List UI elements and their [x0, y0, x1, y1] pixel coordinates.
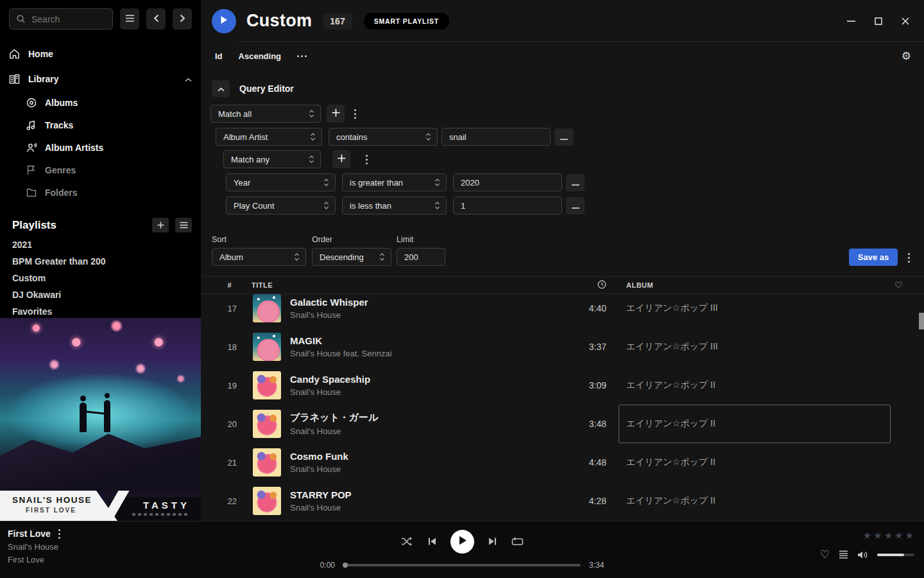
maximize-button[interactable] [875, 17, 882, 25]
now-playing-title[interactable]: First Love [8, 529, 51, 539]
save-as-button[interactable]: Save as [849, 249, 898, 266]
track-album[interactable]: エイリアン☆ポップ II [619, 366, 891, 405]
sort-select[interactable]: Album [212, 248, 306, 266]
track-artist[interactable]: Snail's House feat. Sennzai [290, 349, 392, 358]
minimize-button[interactable] [847, 21, 855, 22]
track-album[interactable]: エイリアン☆ポップ II [619, 405, 891, 443]
rule-operator-select[interactable]: is greater than [342, 173, 447, 191]
sidebar-item-album-artists[interactable]: Album Artists [0, 136, 201, 159]
track-artist[interactable]: Snail's House [290, 310, 368, 320]
collapse-query-editor-button[interactable] [212, 80, 230, 97]
album-art-thumbnail[interactable] [253, 448, 281, 477]
volume-icon[interactable] [857, 550, 868, 559]
now-playing-menu-icon[interactable] [58, 529, 60, 539]
remove-rule-button[interactable] [554, 128, 574, 146]
rule-field-select[interactable]: Play Count [226, 197, 336, 215]
sort-direction-button[interactable]: Ascending [239, 51, 281, 61]
rule-value-input[interactable] [453, 197, 562, 215]
album-art-thumbnail[interactable] [253, 487, 281, 515]
limit-input[interactable] [397, 248, 445, 266]
remove-rule-button[interactable] [566, 174, 585, 191]
create-playlist-button[interactable] [152, 218, 169, 232]
save-menu-icon[interactable] [904, 253, 914, 263]
column-header-index[interactable]: # [201, 281, 237, 289]
table-row[interactable]: 19 Candy Spaceship Snail's House 3:09 エイ… [201, 366, 924, 405]
star-icon[interactable]: ★ [863, 530, 872, 541]
rule-field-select[interactable]: Album Artist [216, 128, 322, 146]
sidebar-item-home[interactable]: Home [0, 41, 201, 66]
star-icon[interactable]: ★ [884, 530, 893, 541]
track-album[interactable]: エイリアン☆ポップ II [619, 482, 891, 520]
now-playing-artist[interactable]: Snail's House [8, 542, 60, 552]
sidebar-item-folders[interactable]: Folders [0, 181, 201, 204]
star-icon[interactable]: ★ [905, 530, 914, 541]
track-album[interactable]: エイリアン☆ポップ III [619, 294, 891, 328]
next-button[interactable] [488, 537, 497, 546]
nav-forward-button[interactable] [173, 8, 192, 30]
track-title[interactable]: Galactic Whisper [290, 297, 368, 308]
table-row[interactable]: 18 MAGIK Snail's House feat. Sennzai 3:3… [201, 328, 924, 366]
track-title[interactable]: STARRY POP [290, 489, 352, 500]
nav-back-button[interactable] [146, 8, 166, 30]
scrollbar-thumb[interactable] [919, 313, 924, 329]
column-header-title[interactable]: TITLE [237, 281, 561, 289]
play-playlist-button[interactable] [212, 9, 236, 33]
add-group-rule-button[interactable] [332, 150, 350, 168]
rule-operator-select[interactable]: is less than [342, 197, 447, 215]
search-input[interactable] [9, 8, 113, 30]
duration-column-header[interactable] [561, 280, 606, 290]
playlist-item[interactable]: Custom [0, 270, 201, 286]
album-art-thumbnail[interactable] [253, 333, 281, 361]
rule-field-select[interactable]: Year [226, 173, 336, 191]
more-options-icon[interactable] [297, 55, 307, 57]
group-menu-icon[interactable] [362, 155, 372, 164]
sidebar-item-albums[interactable]: Albums [0, 91, 201, 114]
volume-slider[interactable] [877, 554, 914, 556]
star-icon[interactable]: ★ [894, 530, 903, 541]
track-artist[interactable]: Snail's House [290, 426, 378, 436]
track-title[interactable]: Candy Spaceship [290, 374, 370, 385]
menu-button[interactable] [120, 8, 139, 30]
track-artist[interactable]: Snail's House [290, 464, 348, 474]
sidebar-item-library[interactable]: Library [0, 66, 201, 91]
rule-operator-select[interactable]: contains [329, 128, 438, 146]
seek-bar[interactable] [343, 564, 581, 566]
track-album[interactable]: エイリアン☆ポップ III [619, 328, 891, 366]
album-art-thumbnail[interactable] [253, 371, 281, 399]
column-header-album[interactable]: ALBUM [619, 281, 891, 289]
add-rule-button[interactable] [327, 105, 345, 123]
order-select[interactable]: Descending [312, 248, 391, 266]
star-icon[interactable]: ★ [873, 530, 882, 541]
rule-value-input[interactable] [453, 173, 562, 191]
now-playing-album[interactable]: First Love [8, 555, 60, 565]
favorite-heart-icon[interactable]: ♡ [820, 548, 830, 561]
rule-value-input[interactable] [441, 128, 551, 146]
sort-field-button[interactable]: Id [215, 51, 223, 61]
table-row[interactable]: 22 STARRY POP Snail's House 4:28 エイリアン☆ポ… [201, 482, 924, 520]
rating-stars[interactable]: ★★★★★ [863, 530, 914, 541]
root-match-select[interactable]: Match all [210, 105, 321, 123]
repeat-button[interactable] [511, 537, 524, 547]
table-row[interactable]: 20 プラネット・ガール Snail's House 3:48 エイリアン☆ポッ… [201, 405, 924, 443]
sidebar-item-genres[interactable]: Genres [0, 159, 201, 181]
track-artist[interactable]: Snail's House [290, 503, 352, 512]
rule-menu-icon[interactable] [350, 109, 360, 119]
close-button[interactable] [902, 17, 909, 25]
playlist-item[interactable]: BPM Greater than 200 [0, 253, 201, 270]
album-art-thumbnail[interactable] [253, 410, 281, 438]
shuffle-button[interactable] [401, 536, 413, 547]
track-album[interactable]: エイリアン☆ポップ II [619, 443, 891, 482]
sidebar-item-tracks[interactable]: Tracks [0, 114, 201, 136]
chevron-up-icon[interactable] [185, 74, 192, 84]
group-match-select[interactable]: Match any [223, 150, 321, 168]
seek-handle[interactable] [343, 563, 348, 568]
search-field[interactable] [31, 14, 107, 24]
table-row[interactable]: 21 Cosmo Funk Snail's House 4:48 エイリアン☆ポ… [201, 443, 924, 482]
playlist-item[interactable]: 2021 [0, 236, 201, 253]
play-pause-button[interactable] [450, 530, 474, 554]
gear-icon[interactable]: ⚙ [902, 51, 911, 62]
track-title[interactable]: MAGIK [290, 335, 392, 346]
playlist-list-button[interactable] [175, 218, 192, 232]
favorite-column-header[interactable]: ♡ [891, 280, 924, 290]
previous-button[interactable] [427, 537, 436, 546]
